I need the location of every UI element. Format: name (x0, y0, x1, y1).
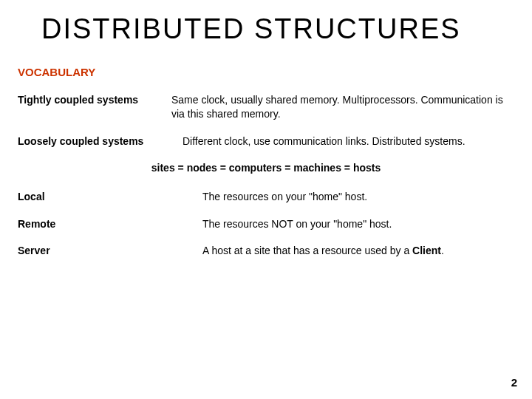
equivalence-line: sites = nodes = computers = machines = h… (18, 162, 514, 174)
def-server-pre: A host at a site that has a resource use… (202, 245, 412, 256)
row-local: Local The resources on your "home" host. (18, 190, 514, 204)
def-server-post: . (441, 245, 444, 256)
slide-title: DISTRIBUTED STRUCTURES (41, 13, 514, 45)
def-server: A host at a site that has a resource use… (202, 244, 514, 258)
row-loosely-coupled: Loosely coupled systems Different clock,… (18, 134, 514, 149)
section-heading-vocabulary: VOCABULARY (18, 66, 514, 78)
def-server-bold: Client (412, 245, 441, 256)
term-remote: Remote (18, 217, 202, 231)
def-remote: The resources NOT on your "home" host. (202, 217, 514, 231)
slide: DISTRIBUTED STRUCTURES VOCABULARY Tightl… (0, 0, 532, 399)
row-remote: Remote The resources NOT on your "home" … (18, 217, 514, 231)
def-local: The resources on your "home" host. (202, 190, 514, 204)
term-loosely-coupled: Loosely coupled systems (18, 134, 183, 149)
term-server: Server (18, 244, 202, 258)
def-loosely-coupled: Different clock, use communication links… (183, 134, 514, 149)
row-server: Server A host at a site that has a resou… (18, 244, 514, 258)
term-local: Local (18, 190, 202, 204)
def-tightly-coupled: Same clock, usually shared memory. Multi… (171, 93, 514, 121)
term-tightly-coupled: Tightly coupled systems (18, 93, 171, 107)
row-tightly-coupled: Tightly coupled systems Same clock, usua… (18, 93, 514, 121)
page-number: 2 (511, 376, 517, 389)
